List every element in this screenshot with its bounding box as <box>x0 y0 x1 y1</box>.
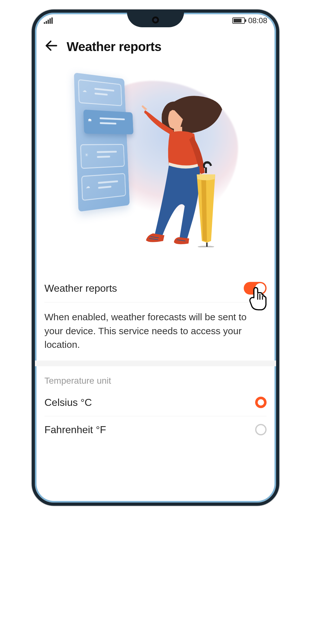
temperature-unit-label: Temperature unit <box>44 366 267 389</box>
section-divider <box>35 361 276 366</box>
celsius-row[interactable]: Celsius °C <box>44 389 267 416</box>
phone-frame: 08:08 Weather reports ☁ 🌧 ☀ ☁ <box>32 10 279 506</box>
toggle-label: Weather reports <box>44 283 117 294</box>
celsius-radio[interactable] <box>255 397 267 408</box>
signal-icon <box>44 17 53 24</box>
hero-illustration: ☁ 🌧 ☀ ☁ <box>35 59 276 255</box>
page-title: Weather reports <box>67 40 162 54</box>
weather-reports-row: Weather reports <box>44 274 267 302</box>
weather-panel-graphic: ☁ 🌧 ☀ ☁ <box>74 73 130 212</box>
battery-icon <box>232 17 245 24</box>
person-illustration <box>140 92 228 247</box>
header: Weather reports <box>35 29 276 59</box>
celsius-label: Celsius °C <box>44 397 92 408</box>
notch <box>127 12 184 27</box>
svg-point-7 <box>198 246 214 247</box>
volume-button[interactable] <box>276 114 279 140</box>
fahrenheit-row[interactable]: Fahrenheit °F <box>44 416 267 443</box>
toggle-description: When enabled, weather forecasts will be … <box>44 302 267 361</box>
fahrenheit-radio[interactable] <box>255 424 267 435</box>
weather-reports-toggle[interactable] <box>244 282 267 295</box>
fahrenheit-label: Fahrenheit °F <box>44 424 106 436</box>
svg-rect-5 <box>205 167 207 173</box>
back-arrow-icon[interactable] <box>44 38 59 55</box>
status-time: 08:08 <box>248 16 267 25</box>
power-button[interactable] <box>276 181 279 225</box>
settings-list: Weather reports When enabled, weather fo… <box>35 255 276 443</box>
